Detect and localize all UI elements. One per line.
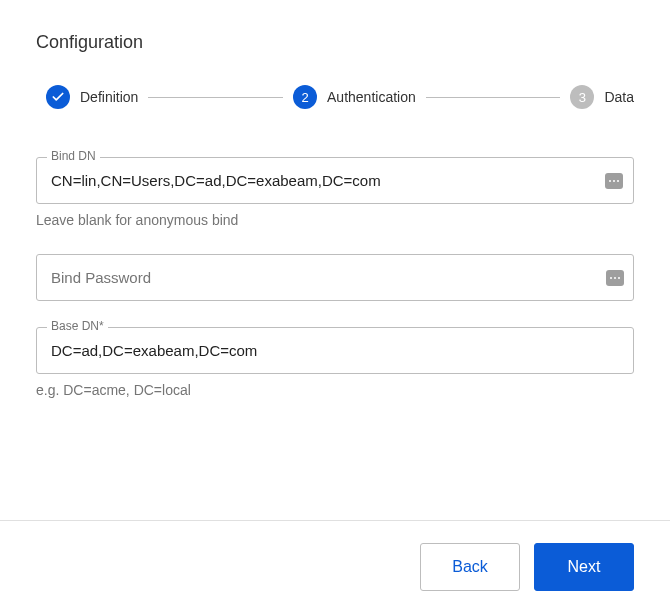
step-label: Authentication xyxy=(327,89,416,105)
bind-dn-input[interactable] xyxy=(37,158,633,203)
step-number-icon: 2 xyxy=(293,85,317,109)
bind-dn-group: Bind DN xyxy=(36,157,634,204)
keyboard-icon[interactable] xyxy=(606,270,624,286)
step-divider xyxy=(148,97,283,98)
base-dn-label: Base DN* xyxy=(47,319,108,333)
step-authentication: 2 Authentication xyxy=(293,85,416,109)
back-button[interactable]: Back xyxy=(420,543,520,591)
auth-form: Bind DN Leave blank for anonymous bind B… xyxy=(36,157,634,398)
base-dn-helper: e.g. DC=acme, DC=local xyxy=(36,382,634,398)
base-dn-input[interactable] xyxy=(37,328,633,373)
base-dn-group: Base DN* xyxy=(36,327,634,374)
keyboard-icon[interactable] xyxy=(605,173,623,189)
step-label: Data xyxy=(604,89,634,105)
step-label: Definition xyxy=(80,89,138,105)
step-data: 3 Data xyxy=(570,85,634,109)
step-definition: Definition xyxy=(46,85,138,109)
step-divider xyxy=(426,97,561,98)
page-title: Configuration xyxy=(36,32,634,53)
next-button[interactable]: Next xyxy=(534,543,634,591)
check-icon xyxy=(46,85,70,109)
bind-password-input[interactable] xyxy=(36,254,634,301)
bind-dn-helper: Leave blank for anonymous bind xyxy=(36,212,634,228)
footer-actions: Back Next xyxy=(0,520,670,613)
step-number-icon: 3 xyxy=(570,85,594,109)
bind-password-group xyxy=(36,254,634,301)
stepper: Definition 2 Authentication 3 Data xyxy=(46,85,634,109)
bind-dn-label: Bind DN xyxy=(47,149,100,163)
